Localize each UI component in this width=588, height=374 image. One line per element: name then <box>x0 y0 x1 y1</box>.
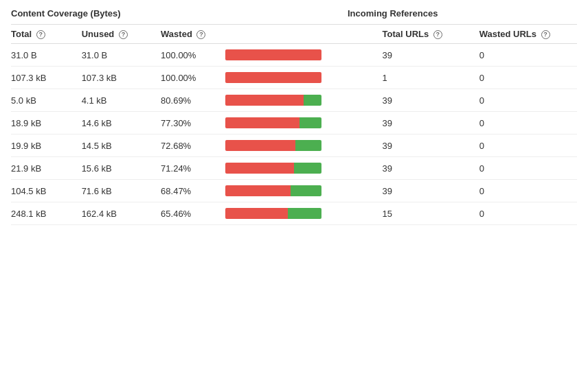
cell-wasted-bar <box>225 135 356 157</box>
cell-total: 31.0 B <box>11 44 82 67</box>
incoming-refs-section-title: Incoming References <box>348 8 577 19</box>
bar-red-segment <box>225 72 321 83</box>
cell-total: 21.9 kB <box>11 157 82 180</box>
bar-green-segment <box>304 95 322 106</box>
col-header-total: Total ? <box>11 25 82 44</box>
cell-wasted-pct: 71.24% <box>161 157 225 180</box>
cell-wasted-bar <box>225 202 356 225</box>
cell-total: 5.0 kB <box>11 89 82 112</box>
cell-divider <box>356 157 382 180</box>
progress-bar <box>225 185 321 196</box>
bar-red-segment <box>225 163 293 174</box>
cell-wasted-pct: 68.47% <box>161 180 225 202</box>
cell-divider <box>356 67 382 89</box>
cell-divider <box>356 135 382 157</box>
bar-red-segment <box>225 208 288 219</box>
bar-red-segment <box>225 117 299 128</box>
table-row: 248.1 kB162.4 kB65.46%150 <box>11 202 577 225</box>
cell-unused: 14.6 kB <box>82 112 161 135</box>
cell-wasted-pct: 65.46% <box>161 202 225 225</box>
progress-bar <box>225 49 321 60</box>
section-headers: Content Coverage (Bytes) Incoming Refere… <box>11 8 577 19</box>
col-header-unused: Unused ? <box>82 25 161 44</box>
cell-total-urls: 39 <box>383 157 479 180</box>
cell-total-urls: 39 <box>383 44 479 67</box>
unused-help-icon[interactable]: ? <box>119 30 128 39</box>
bar-red-segment <box>225 185 291 196</box>
cell-wasted-urls: 0 <box>479 89 577 112</box>
cell-wasted-pct: 100.00% <box>161 67 225 89</box>
progress-bar <box>225 117 321 128</box>
cell-total-urls: 1 <box>383 67 479 89</box>
cell-wasted-urls: 0 <box>479 202 577 225</box>
cell-wasted-urls: 0 <box>479 180 577 202</box>
total-urls-help-icon[interactable]: ? <box>433 30 442 39</box>
progress-bar <box>225 163 321 174</box>
bar-green-segment <box>294 163 322 174</box>
wasted-help-icon[interactable]: ? <box>196 30 205 39</box>
cell-total: 104.5 kB <box>11 180 82 202</box>
bar-green-segment <box>299 117 321 128</box>
cell-unused: 15.6 kB <box>82 157 161 180</box>
cell-unused: 162.4 kB <box>82 202 161 225</box>
cell-wasted-bar <box>225 44 356 67</box>
progress-bar <box>225 140 321 151</box>
progress-bar <box>225 95 321 106</box>
cell-wasted-bar <box>225 89 356 112</box>
bar-red-segment <box>225 140 295 151</box>
cell-total-urls: 39 <box>383 112 479 135</box>
col-header-wasted-urls: Wasted URLs ? <box>479 25 577 44</box>
cell-unused: 71.6 kB <box>82 180 161 202</box>
cell-wasted-pct: 80.69% <box>161 89 225 112</box>
cell-total: 107.3 kB <box>11 67 82 89</box>
cell-wasted-bar <box>225 67 356 89</box>
cell-total-urls: 39 <box>383 89 479 112</box>
cell-divider <box>356 44 382 67</box>
bar-green-segment <box>295 140 321 151</box>
table-header-row: Total ? Unused ? Wasted ? Total URLs ? <box>11 25 577 44</box>
table-row: 31.0 B31.0 B100.00%390 <box>11 44 577 67</box>
cell-wasted-urls: 0 <box>479 112 577 135</box>
cell-total-urls: 39 <box>383 135 479 157</box>
bar-green-segment <box>291 185 321 196</box>
bar-green-segment <box>288 208 321 219</box>
progress-bar <box>225 208 321 219</box>
cell-wasted-bar <box>225 157 356 180</box>
progress-bar <box>225 72 321 83</box>
cell-divider <box>356 180 382 202</box>
cell-unused: 14.5 kB <box>82 135 161 157</box>
cell-unused: 4.1 kB <box>82 89 161 112</box>
cell-wasted-bar <box>225 180 356 202</box>
main-container: Content Coverage (Bytes) Incoming Refere… <box>0 0 588 233</box>
cell-unused: 31.0 B <box>82 44 161 67</box>
data-table: Total ? Unused ? Wasted ? Total URLs ? <box>11 24 577 225</box>
bar-red-segment <box>225 95 303 106</box>
cell-total: 19.9 kB <box>11 135 82 157</box>
cell-wasted-urls: 0 <box>479 135 577 157</box>
cell-total: 248.1 kB <box>11 202 82 225</box>
cell-divider <box>356 202 382 225</box>
table-row: 21.9 kB15.6 kB71.24%390 <box>11 157 577 180</box>
table-body: 31.0 B31.0 B100.00%390107.3 kB107.3 kB10… <box>11 44 577 225</box>
col-header-wasted: Wasted ? <box>161 25 225 44</box>
total-help-icon[interactable]: ? <box>36 30 45 39</box>
col-header-total-urls: Total URLs ? <box>383 25 479 44</box>
cell-unused: 107.3 kB <box>82 67 161 89</box>
table-row: 19.9 kB14.5 kB72.68%390 <box>11 135 577 157</box>
table-row: 107.3 kB107.3 kB100.00%10 <box>11 67 577 89</box>
table-row: 104.5 kB71.6 kB68.47%390 <box>11 180 577 202</box>
cell-wasted-pct: 77.30% <box>161 112 225 135</box>
cell-wasted-bar <box>225 112 356 135</box>
col-divider <box>356 25 382 44</box>
cell-wasted-urls: 0 <box>479 157 577 180</box>
cell-wasted-pct: 100.00% <box>161 44 225 67</box>
wasted-urls-help-icon[interactable]: ? <box>541 30 550 39</box>
content-coverage-section-title: Content Coverage (Bytes) <box>11 8 327 19</box>
bar-red-segment <box>225 49 321 60</box>
col-header-wasted-bar <box>225 25 356 44</box>
cell-wasted-urls: 0 <box>479 44 577 67</box>
cell-divider <box>356 89 382 112</box>
table-row: 18.9 kB14.6 kB77.30%390 <box>11 112 577 135</box>
cell-total-urls: 39 <box>383 180 479 202</box>
table-row: 5.0 kB4.1 kB80.69%390 <box>11 89 577 112</box>
